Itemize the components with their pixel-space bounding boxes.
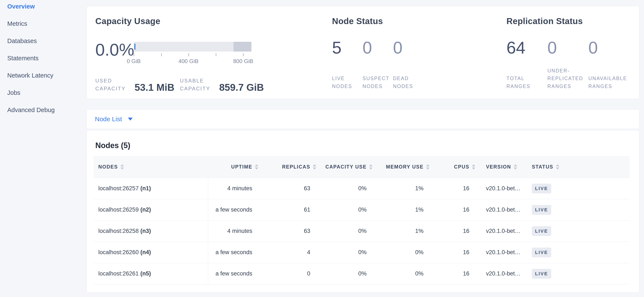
column-header-cpus[interactable]: CPUS [432,156,478,178]
suspect-nodes-stat: 0 SUSPECT NODES [362,39,393,90]
node-address-cell[interactable]: localhost:26259(n2) [94,199,208,221]
column-label: VERSION [486,164,511,170]
column-label: UPTIME [231,164,252,170]
column-label: REPLICAS [282,164,310,170]
status-cell: LIVE [524,221,630,242]
column-label: CPUS [454,164,469,170]
memory-use-cell: 1% [376,199,432,221]
node-list-dropdown-label[interactable]: Node List [95,115,122,123]
node-address-cell[interactable]: localhost:26258(n3) [94,221,208,242]
sidebar-item-metrics[interactable]: Metrics [0,17,84,34]
sort-icon[interactable] [426,164,430,170]
node-address[interactable]: localhost:26258 [98,228,138,234]
column-header-memory-use[interactable]: MEMORY USE [376,156,432,178]
live-nodes-label: LIVE NODES [332,75,358,90]
node-address[interactable]: localhost:26261 [98,270,138,277]
status-badge: LIVE [532,226,551,236]
capacity-use-cell: 0% [319,263,376,285]
under-replicated-ranges-value: 0 [548,39,588,56]
column-label: CAPACITY USE [326,164,366,170]
status-badge: LIVE [532,269,551,279]
version-cell: v20.1.0-bet… [478,221,524,242]
sidebar-item-network-latency[interactable]: Network Latency [0,69,84,86]
memory-use-cell: 1% [376,221,432,242]
node-address[interactable]: localhost:26260 [98,249,138,256]
node-address-cell[interactable]: localhost:26261(n5) [94,263,208,285]
uptime-cell: a few seconds [208,263,261,285]
unavailable-ranges-label: UNAVAILABLE RANGES [588,75,628,90]
total-ranges-value: 64 [506,39,548,56]
dead-nodes-stat: 0 DEAD NODES [393,39,424,90]
uptime-cell: 4 minutes [208,178,261,199]
suspect-nodes-label: SUSPECT NODES [362,75,388,90]
sort-icon[interactable] [556,164,559,170]
sidebar-item-jobs[interactable]: Jobs [0,86,84,104]
dead-nodes-value: 0 [393,39,424,56]
sort-icon[interactable] [255,164,258,170]
node-address-cell[interactable]: localhost:26257(n1) [94,178,208,199]
node-status-section: Node Status 5 LIVE NODES 0 SUSPECT NODES… [332,16,502,99]
replicas-cell: 0 [261,263,319,285]
sidebar-item-databases[interactable]: Databases [0,34,84,52]
sidebar-item-advanced-debug[interactable]: Advanced Debug [0,104,84,121]
table-row: localhost:26259(n2) a few seconds 61 0% … [94,199,630,221]
replication-status-title: Replication Status [506,16,630,26]
column-header-replicas[interactable]: REPLICAS [261,156,319,178]
capacity-usage-section: Capacity Usage 0.0% 0 GiB 400 GiB [95,16,332,99]
uptime-cell: 4 minutes [208,221,261,242]
nodes-table: NODES UPTIME REPLICAS CAPACITY USE M [94,156,630,285]
sort-icon[interactable] [514,164,517,170]
node-address-cell[interactable]: localhost:26260(n4) [94,242,208,263]
column-header-status[interactable]: STATUS [524,156,630,178]
replicas-cell: 63 [261,221,319,242]
cpus-cell: 16 [432,263,478,285]
capacity-gauge-chart: 0 GiB 400 GiB 800 GiB [134,42,252,65]
table-row: localhost:26258(n3) 4 minutes 63 0% 1% 1… [94,221,630,242]
memory-use-cell: 0% [376,242,432,263]
node-id: (n5) [140,270,151,277]
replication-status-section: Replication Status 64 TOTAL RANGES 0 UND… [502,16,630,99]
sidebar-item-statements[interactable]: Statements [0,52,84,69]
capacity-use-cell: 0% [319,242,376,263]
column-header-uptime[interactable]: UPTIME [208,156,261,178]
node-address[interactable]: localhost:26257 [98,185,138,192]
uptime-cell: a few seconds [208,199,261,221]
version-cell: v20.1.0-bet… [478,242,524,263]
replicas-cell: 4 [261,242,319,263]
used-capacity-value: 53.1 MiB [134,82,174,92]
node-list-dropdown[interactable]: Node List [86,109,639,129]
live-nodes-value: 5 [332,39,362,56]
capacity-use-cell: 0% [319,178,376,199]
sort-icon[interactable] [120,164,124,170]
status-badge: LIVE [532,248,551,257]
node-address[interactable]: localhost:26259 [98,206,138,213]
chevron-down-icon[interactable] [128,118,133,121]
status-cell: LIVE [524,178,630,199]
node-id: (n4) [140,249,151,256]
column-header-capacity-use[interactable]: CAPACITY USE [319,156,376,178]
sort-icon[interactable] [472,164,475,170]
total-ranges-stat: 64 TOTAL RANGES [506,39,548,90]
used-capacity-label: USED CAPACITY [95,77,132,92]
status-badge: LIVE [532,205,551,215]
memory-use-cell: 0% [376,263,432,285]
uptime-cell: a few seconds [208,242,261,263]
capacity-usage-title: Capacity Usage [95,16,332,26]
replicas-cell: 61 [261,199,319,221]
status-cell: LIVE [524,199,630,221]
usable-capacity-label: USABLE CAPACITY [180,77,217,92]
sidebar-item-overview[interactable]: Overview [0,0,84,17]
table-row: localhost:26260(n4) a few seconds 4 0% 0… [94,242,630,263]
cpus-cell: 16 [432,178,478,199]
column-header-version[interactable]: VERSION [478,156,524,178]
nodes-table-title: Nodes (5) [95,141,629,150]
table-row: localhost:26257(n1) 4 minutes 63 0% 1% 1… [94,178,630,199]
column-label: NODES [98,164,118,170]
sort-icon[interactable] [369,164,372,170]
sort-icon[interactable] [313,164,316,170]
column-header-nodes[interactable]: NODES [94,156,208,178]
node-id: (n2) [140,206,151,213]
unavailable-ranges-stat: 0 UNAVAILABLE RANGES [588,39,629,90]
memory-use-cell: 1% [376,178,432,199]
unavailable-ranges-value: 0 [588,39,629,56]
